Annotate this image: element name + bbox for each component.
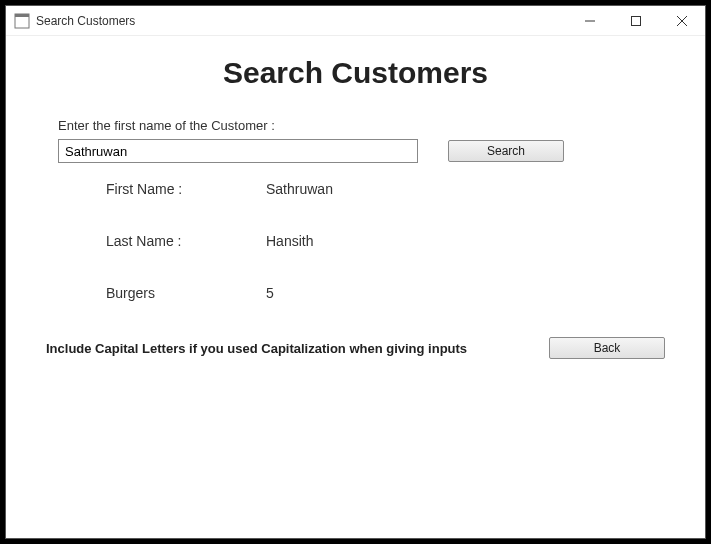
footer-row: Include Capital Letters if you used Capi… — [46, 337, 665, 359]
page-heading: Search Customers — [46, 56, 665, 90]
outer-frame: Search Customers Search Customers Ente — [0, 0, 711, 544]
app-window: Search Customers Search Customers Ente — [5, 5, 706, 539]
back-button[interactable]: Back — [549, 337, 665, 359]
footer-note: Include Capital Letters if you used Capi… — [46, 341, 467, 356]
result-row-last-name: Last Name : Hansith — [106, 233, 665, 249]
search-row: Search — [58, 139, 665, 163]
last-name-label: Last Name : — [106, 233, 266, 249]
results-area: First Name : Sathruwan Last Name : Hansi… — [106, 181, 665, 301]
window-title: Search Customers — [36, 14, 567, 28]
first-name-label: First Name : — [106, 181, 266, 197]
last-name-value: Hansith — [266, 233, 665, 249]
app-icon — [14, 13, 30, 29]
maximize-button[interactable] — [613, 6, 659, 35]
burgers-value: 5 — [266, 285, 665, 301]
burgers-label: Burgers — [106, 285, 266, 301]
result-row-first-name: First Name : Sathruwan — [106, 181, 665, 197]
instruction-label: Enter the first name of the Customer : — [58, 118, 665, 133]
titlebar: Search Customers — [6, 6, 705, 36]
first-name-value: Sathruwan — [266, 181, 665, 197]
window-controls — [567, 6, 705, 35]
first-name-input[interactable] — [58, 139, 418, 163]
search-button[interactable]: Search — [448, 140, 564, 162]
minimize-button[interactable] — [567, 6, 613, 35]
result-row-burgers: Burgers 5 — [106, 285, 665, 301]
svg-rect-3 — [632, 16, 641, 25]
svg-rect-1 — [15, 14, 29, 17]
content-area: Search Customers Enter the first name of… — [6, 36, 705, 538]
close-button[interactable] — [659, 6, 705, 35]
